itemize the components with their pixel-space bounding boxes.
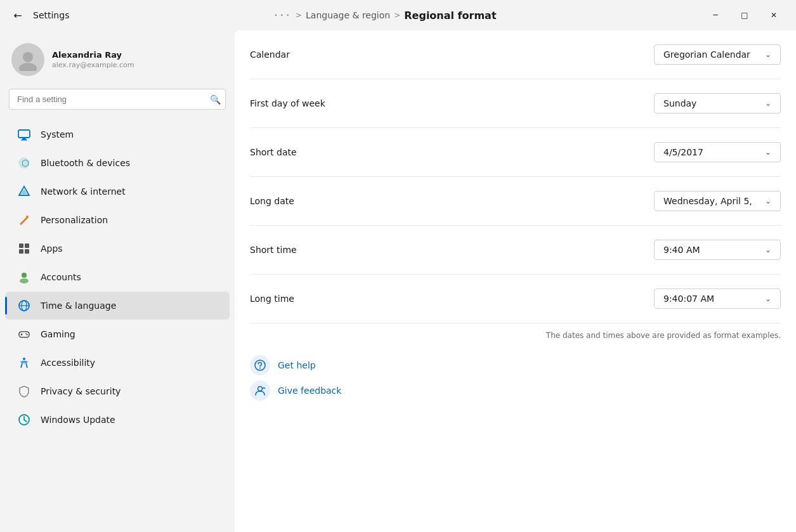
calendar-dropdown-value: Gregorian Calendar — [663, 49, 750, 60]
sidebar: Alexandria Ray alex.ray@example.com 🔍 Sy… — [0, 30, 235, 532]
sidebar-item-time-language[interactable]: Time & language — [5, 292, 230, 320]
network-icon — [16, 184, 32, 199]
sidebar-item-label-personalization: Personalization — [41, 215, 108, 225]
get-help-link[interactable]: Get help — [250, 355, 781, 375]
svg-rect-4 — [21, 139, 27, 141]
minimize-button[interactable]: ─ — [701, 5, 730, 25]
app-body: Alexandria Ray alex.ray@example.com 🔍 Sy… — [0, 30, 796, 532]
sidebar-item-label-accounts: Accounts — [41, 272, 81, 282]
long-date-label: Long date — [250, 196, 294, 206]
nav-list: System ⬡ Bluetooth & devices — [0, 120, 235, 434]
system-icon — [16, 127, 32, 142]
avatar — [11, 43, 44, 76]
privacy-icon — [16, 384, 32, 399]
short-time-label: Short time — [250, 245, 297, 255]
search-box: 🔍 — [9, 89, 226, 110]
calendar-dropdown[interactable]: Gregorian Calendar ⌄ — [654, 44, 781, 65]
short-date-setting-row: Short date 4/5/2017 ⌄ — [250, 128, 781, 177]
sidebar-item-label-windows-update: Windows Update — [41, 415, 115, 425]
calendar-dropdown-chevron: ⌄ — [765, 50, 771, 59]
breadcrumb-sep2: > — [394, 11, 400, 20]
long-time-label: Long time — [250, 294, 294, 304]
maximize-button[interactable]: □ — [730, 5, 759, 25]
sidebar-item-system[interactable]: System — [5, 120, 230, 148]
content-panel: Calendar Gregorian Calendar ⌄ First day … — [235, 30, 796, 532]
svg-rect-2 — [18, 130, 30, 138]
short-date-dropdown-chevron: ⌄ — [765, 148, 771, 157]
search-input[interactable] — [9, 89, 226, 110]
sidebar-item-accounts[interactable]: Accounts — [5, 263, 230, 291]
long-time-dropdown[interactable]: 9:40:07 AM ⌄ — [654, 289, 781, 309]
first-day-week-label: First day of week — [250, 98, 325, 108]
title-bar: ← Settings ··· > Language & region > Reg… — [0, 0, 796, 30]
long-date-dropdown-value: Wednesday, April 5, — [663, 196, 752, 206]
svg-line-26 — [26, 363, 27, 368]
sidebar-item-accessibility[interactable]: Accessibility — [5, 349, 230, 377]
search-icon[interactable]: 🔍 — [210, 94, 221, 105]
short-time-dropdown-value: 9:40 AM — [663, 245, 700, 255]
sidebar-item-apps[interactable]: Apps — [5, 235, 230, 263]
svg-point-0 — [23, 52, 33, 62]
help-section: Get help Give feedback — [250, 350, 781, 401]
svg-point-24 — [23, 358, 25, 360]
sidebar-item-label-privacy: Privacy & security — [41, 386, 121, 396]
first-day-week-setting-row: First day of week Sunday ⌄ — [250, 79, 781, 128]
give-feedback-icon — [250, 380, 270, 401]
app-title: Settings — [33, 10, 69, 20]
user-info: Alexandria Ray alex.ray@example.com — [52, 50, 134, 69]
sidebar-item-label-apps: Apps — [41, 243, 63, 254]
first-day-week-dropdown-chevron: ⌄ — [765, 99, 771, 108]
svg-line-25 — [21, 363, 22, 368]
give-feedback-link[interactable]: Give feedback — [250, 380, 781, 401]
sidebar-item-bluetooth[interactable]: ⬡ Bluetooth & devices — [5, 149, 230, 177]
personalization-icon — [16, 212, 32, 228]
time-language-icon — [16, 298, 32, 313]
apps-icon — [16, 241, 32, 256]
sidebar-item-label-accessibility: Accessibility — [41, 358, 95, 368]
svg-point-23 — [27, 334, 28, 335]
accounts-icon — [16, 269, 32, 285]
sidebar-item-personalization[interactable]: Personalization — [5, 206, 230, 234]
get-help-icon — [250, 355, 270, 375]
back-button[interactable]: ← — [8, 5, 28, 25]
sidebar-item-windows-update[interactable]: Windows Update — [5, 406, 230, 434]
svg-point-29 — [259, 368, 261, 369]
long-date-setting-row: Long date Wednesday, April 5, ⌄ — [250, 177, 781, 226]
short-time-dropdown-chevron: ⌄ — [765, 245, 771, 254]
accessibility-icon — [16, 355, 32, 370]
gaming-icon — [16, 327, 32, 342]
close-button[interactable]: ✕ — [759, 5, 788, 25]
windows-update-icon — [16, 412, 32, 427]
user-email: alex.ray@example.com — [52, 61, 134, 69]
short-date-dropdown[interactable]: 4/5/2017 ⌄ — [654, 142, 781, 162]
svg-rect-3 — [22, 138, 26, 139]
svg-text:⬡: ⬡ — [22, 158, 29, 168]
get-help-label: Get help — [278, 360, 316, 370]
give-feedback-label: Give feedback — [278, 386, 341, 396]
breadcrumb-dots: ··· — [274, 8, 292, 23]
sidebar-item-gaming[interactable]: Gaming — [5, 320, 230, 348]
sidebar-item-label-time-language: Time & language — [41, 301, 116, 311]
sidebar-item-network[interactable]: Network & internet — [5, 178, 230, 205]
user-section[interactable]: Alexandria Ray alex.ray@example.com — [0, 36, 235, 89]
first-day-week-dropdown[interactable]: Sunday ⌄ — [654, 93, 781, 114]
svg-point-28 — [255, 360, 265, 370]
sidebar-item-label-system: System — [41, 129, 74, 139]
user-name: Alexandria Ray — [52, 50, 134, 60]
breadcrumb-parent[interactable]: Language & region — [306, 10, 390, 20]
svg-point-15 — [20, 278, 29, 283]
long-date-dropdown-chevron: ⌄ — [765, 197, 771, 205]
svg-rect-11 — [25, 243, 29, 248]
breadcrumb: ··· > Language & region > Regional forma… — [74, 8, 696, 23]
long-date-dropdown[interactable]: Wednesday, April 5, ⌄ — [654, 191, 781, 211]
svg-rect-12 — [19, 249, 23, 254]
sidebar-item-privacy[interactable]: Privacy & security — [5, 377, 230, 405]
long-time-setting-row: Long time 9:40:07 AM ⌄ — [250, 275, 781, 323]
short-time-dropdown[interactable]: 9:40 AM ⌄ — [654, 240, 781, 260]
svg-point-22 — [25, 334, 27, 335]
first-day-week-dropdown-value: Sunday — [663, 98, 696, 108]
back-arrow-icon: ← — [13, 10, 22, 22]
short-time-setting-row: Short time 9:40 AM ⌄ — [250, 226, 781, 275]
format-note: The dates and times above are provided a… — [250, 323, 781, 350]
svg-rect-13 — [25, 249, 29, 254]
